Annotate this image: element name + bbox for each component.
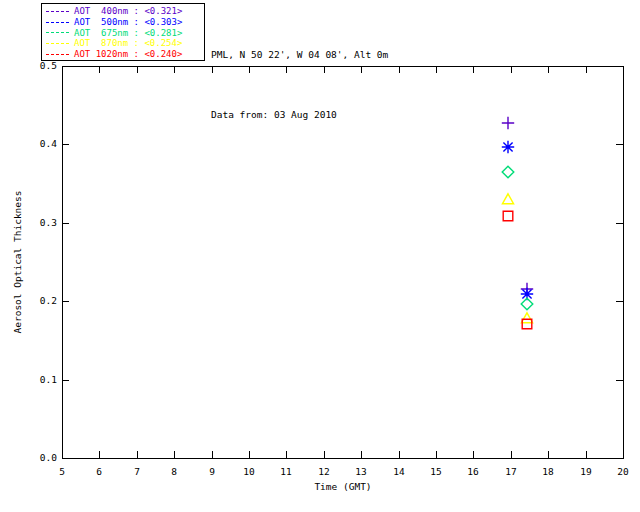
marker-diamond-aot-675nm (500, 164, 516, 180)
marker-plus-aot-400nm (500, 115, 516, 131)
legend-item-label: AOT 870nm : <0.254> (74, 38, 182, 49)
x-tick-label: 7 (124, 466, 150, 477)
x-axis-tick (286, 451, 287, 458)
x-axis-tick (249, 451, 250, 458)
x-axis-top-tick (286, 66, 287, 73)
marker-asterisk-aot-500nm (500, 139, 516, 155)
y-axis-right-tick (616, 380, 623, 381)
x-axis-tick (473, 451, 474, 458)
x-tick-label: 17 (498, 466, 524, 477)
legend-dashed-line-sample (46, 32, 69, 33)
station-location-title: PML, N 50 22', W 04 08', Alt 0m (211, 45, 388, 65)
legend-item-label: AOT 675nm : <0.281> (74, 28, 182, 39)
legend-item-675nm: AOT 675nm : <0.281> (46, 28, 201, 39)
y-tick-label: 0.2 (31, 295, 57, 306)
y-axis-right-tick (616, 458, 623, 459)
y-axis-right-tick (616, 66, 623, 67)
legend-box: AOT 400nm : <0.321> AOT 500nm : <0.303> … (41, 3, 205, 61)
marker-square-aot-1020nm (500, 208, 516, 224)
x-axis-tick (623, 451, 624, 458)
legend-item-label: AOT 500nm : <0.303> (74, 17, 182, 28)
y-axis-tick (62, 458, 69, 459)
y-axis-tick (62, 66, 69, 67)
x-axis-tick (399, 451, 400, 458)
x-axis-top-tick (99, 66, 100, 73)
x-axis-top-tick (174, 66, 175, 73)
legend-dashed-line-sample (46, 22, 69, 23)
legend-dashed-line-sample (46, 43, 69, 44)
legend-item-1020nm: AOT 1020nm : <0.240> (46, 49, 201, 60)
y-tick-label: 0.0 (31, 452, 57, 463)
marker-square-aot-1020nm (519, 316, 535, 332)
x-axis-tick (436, 451, 437, 458)
legend-dashed-line-sample (46, 11, 69, 12)
x-axis-tick (212, 451, 213, 458)
y-tick-label: 0.3 (31, 217, 57, 228)
x-tick-label: 19 (573, 466, 599, 477)
x-axis-top-tick (361, 66, 362, 73)
x-axis-top-tick (511, 66, 512, 73)
x-axis-top-tick (324, 66, 325, 73)
x-axis-tick (511, 451, 512, 458)
y-axis-tick (62, 380, 69, 381)
y-axis-tick (62, 301, 69, 302)
x-axis-tick (361, 451, 362, 458)
y-axis-right-tick (616, 301, 623, 302)
legend-dashed-line-sample (46, 54, 69, 55)
x-axis-title: Time (GMT) (62, 481, 624, 492)
y-tick-label: 0.4 (31, 138, 57, 149)
x-tick-label: 6 (86, 466, 112, 477)
x-tick-label: 14 (386, 466, 412, 477)
legend-item-400nm: AOT 400nm : <0.321> (46, 6, 201, 17)
legend-item-label: AOT 400nm : <0.321> (74, 6, 182, 17)
x-axis-tick (586, 451, 587, 458)
x-tick-label: 15 (423, 466, 449, 477)
y-axis-title: Aerosol Optical Thickness (12, 191, 23, 334)
y-axis-tick (62, 144, 69, 145)
x-tick-label: 10 (236, 466, 262, 477)
x-axis-top-tick (249, 66, 250, 73)
plot-area-frame (62, 66, 624, 459)
x-axis-top-tick (436, 66, 437, 73)
x-tick-label: 13 (348, 466, 374, 477)
marker-triangle-aot-870nm (500, 191, 516, 207)
x-axis-top-tick (62, 66, 63, 73)
y-tick-label: 0.5 (31, 60, 57, 71)
aot-plot-screenshot: AOT 400nm : <0.321> AOT 500nm : <0.303> … (0, 0, 640, 512)
y-axis-tick (62, 223, 69, 224)
marker-diamond-aot-675nm (519, 296, 535, 312)
x-tick-label: 11 (273, 466, 299, 477)
x-axis-top-tick (212, 66, 213, 73)
x-tick-label: 12 (311, 466, 337, 477)
x-tick-label: 18 (535, 466, 561, 477)
x-axis-tick (99, 451, 100, 458)
y-axis-right-tick (616, 223, 623, 224)
x-axis-top-tick (548, 66, 549, 73)
x-axis-tick (548, 451, 549, 458)
x-axis-top-tick (473, 66, 474, 73)
x-tick-label: 5 (49, 466, 75, 477)
legend-item-label: AOT 1020nm : <0.240> (74, 49, 182, 60)
x-axis-top-tick (137, 66, 138, 73)
y-axis-right-tick (616, 144, 623, 145)
y-tick-label: 0.1 (31, 374, 57, 385)
x-tick-label: 20 (610, 466, 636, 477)
x-axis-tick (174, 451, 175, 458)
x-axis-top-tick (399, 66, 400, 73)
x-tick-label: 9 (199, 466, 225, 477)
legend-item-500nm: AOT 500nm : <0.303> (46, 17, 201, 28)
x-tick-label: 16 (460, 466, 486, 477)
x-axis-tick (324, 451, 325, 458)
legend-item-870nm: AOT 870nm : <0.254> (46, 38, 201, 49)
x-axis-top-tick (586, 66, 587, 73)
x-tick-label: 8 (161, 466, 187, 477)
x-axis-tick (137, 451, 138, 458)
x-axis-top-tick (623, 66, 624, 73)
x-axis-tick (62, 451, 63, 458)
